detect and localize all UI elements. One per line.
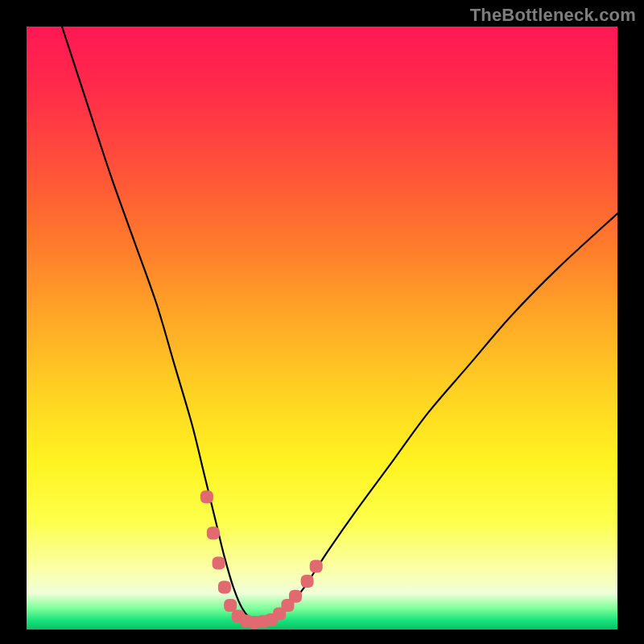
watermark-text: TheBottleneck.com — [470, 5, 636, 26]
curve-marker — [310, 559, 323, 572]
curve-marker — [301, 575, 314, 588]
curve-markers — [200, 490, 323, 629]
bottleneck-curve — [62, 27, 617, 622]
curve-marker — [218, 581, 231, 594]
curve-marker — [224, 599, 237, 612]
chart-svg — [27, 27, 617, 630]
chart-frame: TheBottleneck.com — [0, 0, 644, 644]
curve-marker — [200, 490, 213, 503]
curve-marker — [289, 590, 302, 603]
curve-marker — [213, 557, 225, 570]
curve-marker — [207, 526, 220, 539]
